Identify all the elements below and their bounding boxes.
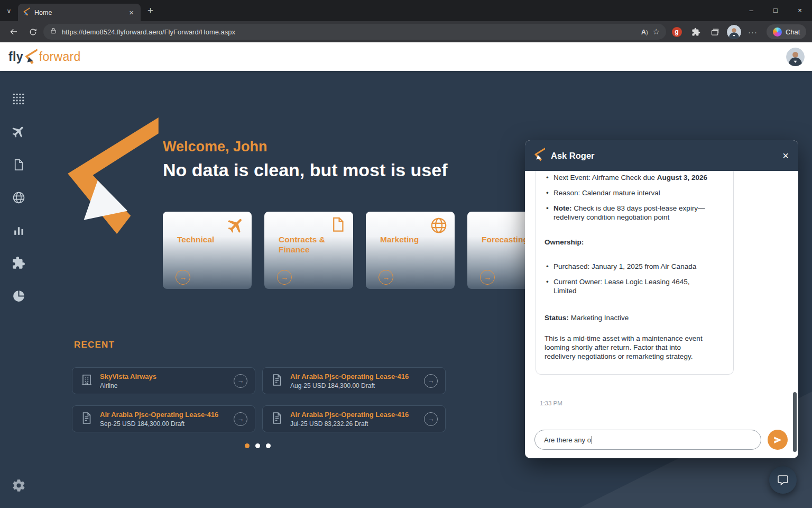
app-sidebar <box>0 71 37 508</box>
globe-icon[interactable] <box>0 181 37 214</box>
recent-item[interactable]: Air Arabia Pjsc-Operating Lease-416 Sep-… <box>72 405 255 432</box>
card-label: Contracts & Finance <box>279 235 338 255</box>
recent-item-arrow-button[interactable]: → <box>424 374 438 388</box>
window-maximize-button[interactable]: □ <box>763 0 788 21</box>
pie-chart-icon[interactable] <box>0 279 37 312</box>
recent-item-arrow-button[interactable]: → <box>424 412 438 426</box>
new-tab-button[interactable]: + <box>147 5 153 16</box>
invoice-icon <box>270 373 284 389</box>
card-arrow-button[interactable]: → <box>379 270 393 285</box>
copilot-chat-button[interactable]: Chat <box>767 24 806 39</box>
chat-message-bullet: Current Owner: Lease Logic Leasing 4645,… <box>545 278 725 296</box>
logo-chevron-icon <box>25 49 38 65</box>
recent-item[interactable]: Air Arabia Pjsc-Operating Lease-416 Aug-… <box>262 367 446 394</box>
site-info-lock-icon[interactable] <box>50 27 57 37</box>
carousel-dots <box>245 443 271 448</box>
status-line: Status:Marketing Inactive <box>545 314 725 323</box>
carousel-dot-2[interactable] <box>255 443 260 448</box>
invoice-icon <box>270 411 284 427</box>
tab-close-icon[interactable]: × <box>127 8 135 17</box>
category-cards: Technical → Contracts & Finance → Market… <box>163 212 556 289</box>
message-timestamp: 1:33 PM <box>540 400 798 406</box>
welcome-text: Welcome, John <box>163 139 267 155</box>
bar-chart-icon[interactable] <box>0 214 37 247</box>
chat-close-icon[interactable]: × <box>782 150 789 161</box>
document-icon <box>329 216 347 235</box>
send-icon <box>773 436 782 444</box>
browser-profile-avatar[interactable] <box>725 23 742 40</box>
carousel-dot-3[interactable] <box>266 443 271 448</box>
tab-search-chevron-icon[interactable]: ∨ <box>0 7 18 21</box>
chat-message-viewport[interactable]: Next Event: Airframe Check due August 3,… <box>536 171 788 395</box>
chat-scrollbar-thumb[interactable] <box>793 392 797 452</box>
chat-input[interactable]: Are there any o <box>534 430 761 450</box>
browser-tab-home[interactable]: Home × <box>18 4 141 21</box>
card-arrow-button[interactable]: → <box>480 270 495 285</box>
chat-message-bullet: Reason: Calendar mature interval <box>545 189 725 198</box>
ownership-heading: Ownership: <box>545 238 725 247</box>
recent-item[interactable]: SkyVista Airways Airline → <box>72 367 255 394</box>
window-close-button[interactable]: × <box>788 0 812 21</box>
recent-item[interactable]: Air Arabia Pjsc-Operating Lease-416 Jul-… <box>262 405 446 432</box>
send-button[interactable] <box>768 430 788 450</box>
recent-item-arrow-button[interactable]: → <box>234 374 247 388</box>
chat-message-bullet: Next Event: Airframe Check due August 3,… <box>545 174 725 183</box>
message-summary: This is a mid-time asset with a maintena… <box>545 334 725 361</box>
chat-panel-title: Ask Roger <box>551 151 777 161</box>
apps-grid-icon[interactable] <box>0 83 37 115</box>
refresh-icon[interactable] <box>24 23 41 40</box>
card-contracts-finance[interactable]: Contracts & Finance → <box>264 212 353 289</box>
card-marketing[interactable]: Marketing → <box>366 212 455 289</box>
extensions-puzzle-icon[interactable] <box>687 23 704 40</box>
flyforward-app: fly forward <box>0 42 812 508</box>
browser-menu-icon[interactable]: ··· <box>744 23 761 40</box>
recent-item-arrow-button[interactable]: → <box>234 412 247 426</box>
building-icon <box>80 373 94 389</box>
back-icon[interactable] <box>5 23 22 40</box>
user-avatar[interactable] <box>786 48 805 66</box>
site-favicon-icon <box>23 7 30 18</box>
card-arrow-button[interactable]: → <box>277 270 292 285</box>
card-technical[interactable]: Technical → <box>163 212 252 289</box>
airplane-icon[interactable] <box>0 115 37 148</box>
recent-item-title: Air Arabia Pjsc-Operating Lease-416 <box>100 411 227 419</box>
card-arrow-button[interactable]: → <box>176 270 190 285</box>
browser-window: ∨ Home × + – □ × https://demo8524.flyfor… <box>0 0 812 508</box>
copilot-chat-label: Chat <box>786 28 800 36</box>
chat-body: Next Event: Airframe Check due August 3,… <box>525 171 798 458</box>
text-caret <box>592 436 593 444</box>
tab-title: Home <box>34 9 123 16</box>
carousel-dot-1[interactable] <box>245 443 250 448</box>
recent-heading: RECENT <box>74 340 115 350</box>
url-text[interactable]: https://demo8524.flyforward.aero/FlyForw… <box>62 28 636 36</box>
read-aloud-icon[interactable]: A) <box>641 28 648 36</box>
recent-item-subtitle: Aug-25 USD 184,300.00 Draft <box>290 382 418 389</box>
chat-message-bullets: Next Event: Airframe Check due August 3,… <box>545 174 725 222</box>
address-bar[interactable]: https://demo8524.flyforward.aero/FlyForw… <box>43 24 666 40</box>
hero-logo-mark <box>68 117 159 237</box>
favorite-star-icon[interactable]: ☆ <box>653 27 660 37</box>
recent-item-subtitle: Jul-25 USD 83,232.26 Draft <box>290 420 418 428</box>
chat-bubble-icon <box>777 474 789 486</box>
chat-panel-header: Ask Roger × <box>525 140 798 171</box>
browser-tab-bar: ∨ Home × + – □ × <box>0 0 812 21</box>
chat-message-bullet: Purchased: January 1, 2025 from Air Cana… <box>545 262 725 271</box>
recent-item-title: Air Arabia Pjsc-Operating Lease-416 <box>290 411 418 419</box>
recent-item-subtitle: Sep-25 USD 184,300.00 Draft <box>100 420 227 428</box>
browser-nav-bar: https://demo8524.flyforward.aero/FlyForw… <box>0 21 812 42</box>
window-minimize-button[interactable]: – <box>739 0 763 21</box>
app-header: fly forward <box>0 42 812 71</box>
chat-input-row: Are there any o <box>525 430 798 450</box>
puzzle-icon[interactable] <box>0 247 37 279</box>
copilot-icon <box>773 28 782 37</box>
flyforward-logo[interactable]: fly forward <box>8 49 81 65</box>
chat-fab-button[interactable] <box>769 466 797 494</box>
document-icon[interactable] <box>0 148 37 181</box>
recent-item-title: SkyVista Airways <box>100 373 227 380</box>
chat-input-value: Are there any o <box>544 436 591 444</box>
card-label: Technical <box>177 235 236 245</box>
grammarly-extension-icon[interactable]: g <box>668 23 685 40</box>
roger-logo-chevron-icon <box>534 148 545 164</box>
collections-icon[interactable] <box>706 23 723 40</box>
settings-gear-icon[interactable] <box>0 469 37 502</box>
